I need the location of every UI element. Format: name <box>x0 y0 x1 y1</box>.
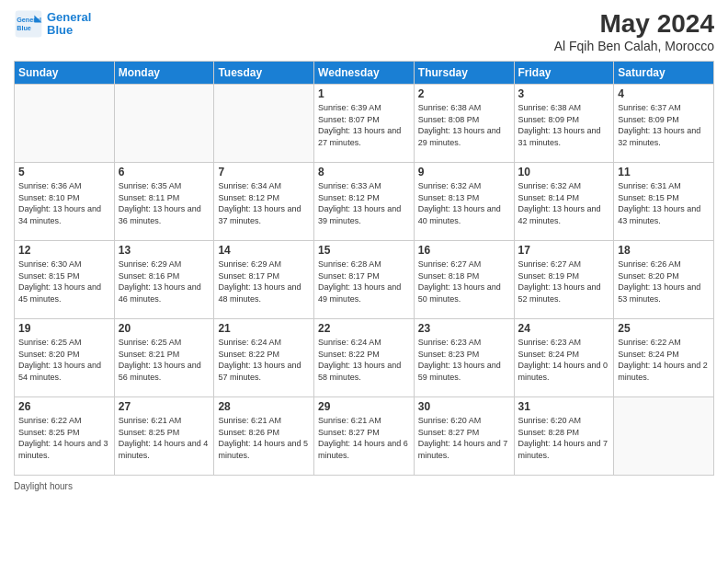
calendar-cell: 6Sunrise: 6:35 AM Sunset: 8:11 PM Daylig… <box>114 163 214 241</box>
day-number: 13 <box>119 244 210 257</box>
calendar-cell: 2Sunrise: 6:38 AM Sunset: 8:08 PM Daylig… <box>414 85 514 163</box>
day-number: 30 <box>418 400 510 413</box>
day-info: Sunrise: 6:35 AM Sunset: 8:11 PM Dayligh… <box>119 180 210 226</box>
calendar-week-2: 12Sunrise: 6:30 AM Sunset: 8:15 PM Dayli… <box>15 241 714 319</box>
day-info: Sunrise: 6:24 AM Sunset: 8:22 PM Dayligh… <box>218 337 310 383</box>
day-number: 1 <box>318 87 410 100</box>
day-info: Sunrise: 6:24 AM Sunset: 8:22 PM Dayligh… <box>318 337 410 383</box>
day-number: 22 <box>318 322 410 335</box>
day-number: 19 <box>18 322 110 335</box>
day-number: 20 <box>119 322 210 335</box>
calendar-cell: 7Sunrise: 6:34 AM Sunset: 8:12 PM Daylig… <box>214 163 314 241</box>
calendar-cell: 9Sunrise: 6:32 AM Sunset: 8:13 PM Daylig… <box>414 163 514 241</box>
day-info: Sunrise: 6:27 AM Sunset: 8:19 PM Dayligh… <box>518 259 610 304</box>
calendar-cell <box>614 397 714 476</box>
day-number: 28 <box>218 400 310 413</box>
calendar-cell: 20Sunrise: 6:25 AM Sunset: 8:21 PM Dayli… <box>114 319 214 397</box>
day-info: Sunrise: 6:29 AM Sunset: 8:16 PM Dayligh… <box>119 259 210 304</box>
calendar-cell: 21Sunrise: 6:24 AM Sunset: 8:22 PM Dayli… <box>214 319 314 397</box>
calendar-week-3: 19Sunrise: 6:25 AM Sunset: 8:20 PM Dayli… <box>15 319 714 397</box>
weekday-header-saturday: Saturday <box>614 62 714 85</box>
calendar-cell: 23Sunrise: 6:23 AM Sunset: 8:23 PM Dayli… <box>414 319 514 397</box>
calendar-cell: 31Sunrise: 6:20 AM Sunset: 8:28 PM Dayli… <box>514 397 614 476</box>
day-number: 11 <box>618 166 710 178</box>
calendar-cell: 19Sunrise: 6:25 AM Sunset: 8:20 PM Dayli… <box>15 319 115 397</box>
day-number: 2 <box>418 87 510 100</box>
calendar-cell: 11Sunrise: 6:31 AM Sunset: 8:15 PM Dayli… <box>614 163 714 241</box>
calendar-cell: 15Sunrise: 6:28 AM Sunset: 8:17 PM Dayli… <box>314 241 415 319</box>
day-info: Sunrise: 6:20 AM Sunset: 8:28 PM Dayligh… <box>518 415 610 461</box>
calendar-cell: 28Sunrise: 6:21 AM Sunset: 8:26 PM Dayli… <box>214 397 314 476</box>
day-number: 25 <box>618 322 710 335</box>
calendar-cell: 30Sunrise: 6:20 AM Sunset: 8:27 PM Dayli… <box>414 397 514 476</box>
title-area: May 2024 Al Fqih Ben Calah, Morocco <box>554 9 714 53</box>
weekday-header-wednesday: Wednesday <box>314 62 415 85</box>
day-info: Sunrise: 6:25 AM Sunset: 8:20 PM Dayligh… <box>18 337 110 383</box>
calendar-cell: 27Sunrise: 6:21 AM Sunset: 8:25 PM Dayli… <box>114 397 214 476</box>
day-info: Sunrise: 6:34 AM Sunset: 8:12 PM Dayligh… <box>218 180 310 226</box>
day-info: Sunrise: 6:21 AM Sunset: 8:25 PM Dayligh… <box>119 415 210 461</box>
day-number: 31 <box>518 400 610 413</box>
logo-icon: General Blue <box>14 9 43 39</box>
day-info: Sunrise: 6:20 AM Sunset: 8:27 PM Dayligh… <box>418 415 510 461</box>
calendar-cell <box>114 85 214 163</box>
calendar-cell: 29Sunrise: 6:21 AM Sunset: 8:27 PM Dayli… <box>314 397 415 476</box>
calendar-cell: 25Sunrise: 6:22 AM Sunset: 8:24 PM Dayli… <box>614 319 714 397</box>
logo-text: General Blue <box>47 11 91 38</box>
day-number: 10 <box>518 166 610 178</box>
calendar-cell: 18Sunrise: 6:26 AM Sunset: 8:20 PM Dayli… <box>614 241 714 319</box>
calendar-cell: 3Sunrise: 6:38 AM Sunset: 8:09 PM Daylig… <box>514 85 614 163</box>
day-number: 15 <box>318 244 410 257</box>
calendar-cell: 26Sunrise: 6:22 AM Sunset: 8:25 PM Dayli… <box>15 397 115 476</box>
calendar-cell: 14Sunrise: 6:29 AM Sunset: 8:17 PM Dayli… <box>214 241 314 319</box>
month-year: May 2024 <box>554 9 714 39</box>
day-info: Sunrise: 6:36 AM Sunset: 8:10 PM Dayligh… <box>18 180 110 226</box>
day-info: Sunrise: 6:38 AM Sunset: 8:09 PM Dayligh… <box>518 102 610 148</box>
calendar-cell: 16Sunrise: 6:27 AM Sunset: 8:18 PM Dayli… <box>414 241 514 319</box>
day-number: 18 <box>618 244 710 257</box>
day-number: 9 <box>418 166 510 178</box>
day-number: 16 <box>418 244 510 257</box>
day-info: Sunrise: 6:23 AM Sunset: 8:23 PM Dayligh… <box>418 337 510 383</box>
calendar-cell: 17Sunrise: 6:27 AM Sunset: 8:19 PM Dayli… <box>514 241 614 319</box>
day-number: 5 <box>18 166 110 178</box>
day-info: Sunrise: 6:29 AM Sunset: 8:17 PM Dayligh… <box>218 259 310 304</box>
weekday-header-tuesday: Tuesday <box>214 62 314 85</box>
day-info: Sunrise: 6:21 AM Sunset: 8:26 PM Dayligh… <box>218 415 310 461</box>
day-number: 29 <box>318 400 410 413</box>
calendar-cell <box>214 85 314 163</box>
calendar-cell: 10Sunrise: 6:32 AM Sunset: 8:14 PM Dayli… <box>514 163 614 241</box>
calendar-week-1: 5Sunrise: 6:36 AM Sunset: 8:10 PM Daylig… <box>15 163 714 241</box>
calendar-cell: 22Sunrise: 6:24 AM Sunset: 8:22 PM Dayli… <box>314 319 415 397</box>
day-number: 4 <box>618 87 710 100</box>
day-info: Sunrise: 6:21 AM Sunset: 8:27 PM Dayligh… <box>318 415 410 461</box>
daylight-hours-label: Daylight hours <box>14 481 73 491</box>
day-number: 7 <box>218 166 310 178</box>
day-info: Sunrise: 6:25 AM Sunset: 8:21 PM Dayligh… <box>119 337 210 383</box>
page: General Blue General Blue May 2024 Al Fq… <box>0 0 728 563</box>
day-number: 8 <box>318 166 410 178</box>
calendar-cell: 13Sunrise: 6:29 AM Sunset: 8:16 PM Dayli… <box>114 241 214 319</box>
footer: Daylight hours <box>14 481 714 491</box>
day-info: Sunrise: 6:32 AM Sunset: 8:13 PM Dayligh… <box>418 180 510 226</box>
day-info: Sunrise: 6:32 AM Sunset: 8:14 PM Dayligh… <box>518 180 610 226</box>
calendar-cell <box>15 85 115 163</box>
day-info: Sunrise: 6:30 AM Sunset: 8:15 PM Dayligh… <box>18 259 110 304</box>
day-info: Sunrise: 6:31 AM Sunset: 8:15 PM Dayligh… <box>618 180 710 226</box>
day-number: 17 <box>518 244 610 257</box>
weekday-header-thursday: Thursday <box>414 62 514 85</box>
day-number: 24 <box>518 322 610 335</box>
day-info: Sunrise: 6:26 AM Sunset: 8:20 PM Dayligh… <box>618 259 710 304</box>
weekday-header-sunday: Sunday <box>15 62 115 85</box>
logo: General Blue General Blue <box>14 9 91 39</box>
calendar-cell: 1Sunrise: 6:39 AM Sunset: 8:07 PM Daylig… <box>314 85 415 163</box>
calendar: SundayMondayTuesdayWednesdayThursdayFrid… <box>14 61 714 476</box>
svg-text:Blue: Blue <box>17 24 31 32</box>
calendar-week-4: 26Sunrise: 6:22 AM Sunset: 8:25 PM Dayli… <box>15 397 714 476</box>
calendar-cell: 24Sunrise: 6:23 AM Sunset: 8:24 PM Dayli… <box>514 319 614 397</box>
day-info: Sunrise: 6:28 AM Sunset: 8:17 PM Dayligh… <box>318 259 410 304</box>
calendar-cell: 12Sunrise: 6:30 AM Sunset: 8:15 PM Dayli… <box>15 241 115 319</box>
day-info: Sunrise: 6:23 AM Sunset: 8:24 PM Dayligh… <box>518 337 610 383</box>
day-number: 23 <box>418 322 510 335</box>
calendar-cell: 5Sunrise: 6:36 AM Sunset: 8:10 PM Daylig… <box>15 163 115 241</box>
